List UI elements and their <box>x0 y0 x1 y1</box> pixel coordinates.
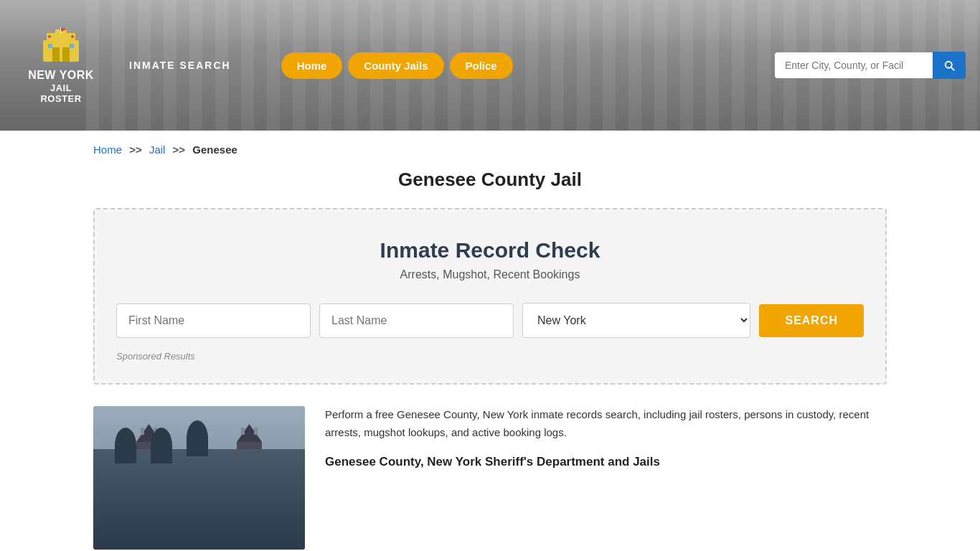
svg-point-10 <box>48 35 51 38</box>
logo-icon <box>39 26 83 65</box>
nav-police-button[interactable]: Police <box>450 52 513 79</box>
header-content: NEW YORK JAIL ROSTER INMATE SEARCH Home … <box>0 26 980 104</box>
breadcrumb-current: Genesee <box>192 143 237 156</box>
logo-text: NEW YORK JAIL ROSTER <box>28 68 94 104</box>
svg-point-11 <box>71 35 74 38</box>
svg-rect-19 <box>136 442 161 507</box>
svg-rect-23 <box>237 442 262 507</box>
svg-rect-31 <box>188 492 209 514</box>
main-nav: Home County Jails Police <box>281 52 513 79</box>
site-header: NEW YORK JAIL ROSTER INMATE SEARCH Home … <box>0 0 980 131</box>
svg-rect-16 <box>280 485 286 514</box>
svg-rect-25 <box>241 428 245 435</box>
breadcrumb-sep1: >> <box>129 143 142 156</box>
last-name-input[interactable] <box>319 303 514 338</box>
svg-point-15 <box>93 453 116 489</box>
svg-rect-29 <box>207 471 220 488</box>
svg-rect-30 <box>228 471 241 488</box>
page-title: Genesee County Jail <box>0 169 980 191</box>
svg-rect-4 <box>52 47 60 62</box>
nav-county-jails-button[interactable]: County Jails <box>348 52 443 79</box>
breadcrumb-home-link[interactable]: Home <box>93 143 122 156</box>
svg-rect-5 <box>62 47 70 62</box>
svg-rect-13 <box>93 514 305 550</box>
inmate-search-section: Inmate Record Check Arrests, Mugshot, Re… <box>93 208 887 385</box>
jail-image <box>93 406 305 550</box>
svg-rect-18 <box>143 456 255 514</box>
svg-rect-12 <box>93 406 305 550</box>
svg-rect-26 <box>254 428 258 435</box>
svg-rect-7 <box>70 44 74 48</box>
inmate-search-label: INMATE SEARCH <box>129 60 231 71</box>
svg-rect-27 <box>158 471 171 488</box>
svg-rect-6 <box>48 44 52 48</box>
nav-home-button[interactable]: Home <box>281 52 343 79</box>
svg-rect-14 <box>100 478 106 514</box>
search-fields: New York Alabama Alaska Arizona Californ… <box>116 303 864 338</box>
breadcrumb-sep2: >> <box>173 143 186 156</box>
bottom-content: Perform a free Genesee County, New York … <box>93 406 887 550</box>
svg-point-17 <box>271 462 294 494</box>
search-section-title: Inmate Record Check <box>116 238 864 263</box>
content-subheading: Genesee County, New York Sheriff's Depar… <box>325 452 887 472</box>
content-paragraph-1: Perform a free Genesee County, New York … <box>325 406 887 442</box>
first-name-input[interactable] <box>116 303 311 338</box>
svg-rect-22 <box>154 428 157 435</box>
search-icon <box>943 59 956 72</box>
state-select[interactable]: New York Alabama Alaska Arizona Californ… <box>522 303 750 338</box>
svg-rect-1 <box>47 33 55 43</box>
header-search-button[interactable] <box>933 52 966 79</box>
logo-area[interactable]: NEW YORK JAIL ROSTER <box>14 26 108 104</box>
svg-rect-28 <box>179 471 192 488</box>
header-search-input[interactable] <box>775 52 933 78</box>
header-search-bar <box>775 52 966 79</box>
svg-rect-0 <box>43 40 79 62</box>
breadcrumb-jail-link[interactable]: Jail <box>149 143 166 156</box>
search-section-subtitle: Arrests, Mugshot, Recent Bookings <box>116 268 864 281</box>
svg-rect-2 <box>67 33 75 43</box>
svg-rect-21 <box>141 428 144 435</box>
search-action-button[interactable]: SEARCH <box>759 304 864 337</box>
breadcrumb: Home >> Jail >> Genesee <box>0 131 980 169</box>
sponsored-label: Sponsored Results <box>116 351 864 362</box>
content-area: Perform a free Genesee County, New York … <box>325 406 887 482</box>
